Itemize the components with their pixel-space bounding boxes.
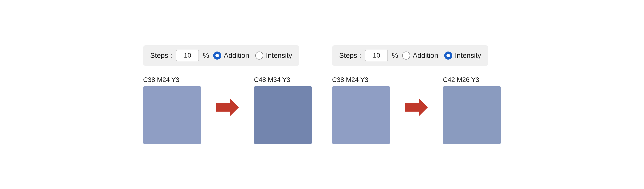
main-container: Steps : % Addition Intensity C38 M24 Y3 <box>133 35 511 154</box>
left-controls-bar: Steps : % Addition Intensity <box>143 45 299 66</box>
left-addition-label: Addition <box>224 52 249 60</box>
right-before-label: C38 M24 Y3 <box>332 76 368 84</box>
left-color-demo: C38 M24 Y3 C48 M34 Y3 <box>143 76 312 144</box>
left-intensity-label: Intensity <box>266 52 292 60</box>
left-arrow-icon <box>216 99 239 116</box>
right-after-label: C42 M26 Y3 <box>443 76 479 84</box>
right-percent-label: % <box>392 52 398 60</box>
left-arrow-container <box>216 76 239 116</box>
left-addition-radio[interactable] <box>213 52 221 60</box>
right-steps-label: Steps : <box>339 52 361 60</box>
svg-marker-1 <box>405 99 428 116</box>
left-intensity-radio[interactable] <box>255 52 263 60</box>
right-arrow-container <box>405 76 428 116</box>
right-addition-option[interactable]: Addition <box>402 52 438 60</box>
left-after-swatch <box>254 86 312 144</box>
left-before-swatch <box>143 86 201 144</box>
right-color-demo: C38 M24 Y3 C42 M26 Y3 <box>332 76 501 144</box>
svg-marker-0 <box>216 99 239 116</box>
left-after-label: C48 M34 Y3 <box>254 76 290 84</box>
right-intensity-label: Intensity <box>455 52 481 60</box>
right-controls-bar: Steps : % Addition Intensity <box>332 45 488 66</box>
right-before-swatch <box>332 86 390 144</box>
left-after-block: C48 M34 Y3 <box>254 76 312 144</box>
right-intensity-option[interactable]: Intensity <box>444 52 481 60</box>
right-panel: Steps : % Addition Intensity C38 M24 Y3 <box>332 45 501 144</box>
right-addition-radio[interactable] <box>402 52 410 60</box>
left-before-block: C38 M24 Y3 <box>143 76 201 144</box>
right-arrow-icon <box>405 99 428 116</box>
left-radio-group: Addition Intensity <box>213 52 292 60</box>
left-before-label: C38 M24 Y3 <box>143 76 179 84</box>
right-steps-input[interactable] <box>365 50 388 61</box>
right-addition-label: Addition <box>413 52 438 60</box>
right-before-block: C38 M24 Y3 <box>332 76 390 144</box>
right-after-block: C42 M26 Y3 <box>443 76 501 144</box>
left-steps-input[interactable] <box>176 50 199 61</box>
left-percent-label: % <box>203 52 209 60</box>
left-panel: Steps : % Addition Intensity C38 M24 Y3 <box>143 45 312 144</box>
left-intensity-option[interactable]: Intensity <box>255 52 292 60</box>
right-intensity-radio[interactable] <box>444 52 452 60</box>
left-steps-label: Steps : <box>150 52 172 60</box>
right-after-swatch <box>443 86 501 144</box>
left-addition-option[interactable]: Addition <box>213 52 249 60</box>
right-radio-group: Addition Intensity <box>402 52 481 60</box>
